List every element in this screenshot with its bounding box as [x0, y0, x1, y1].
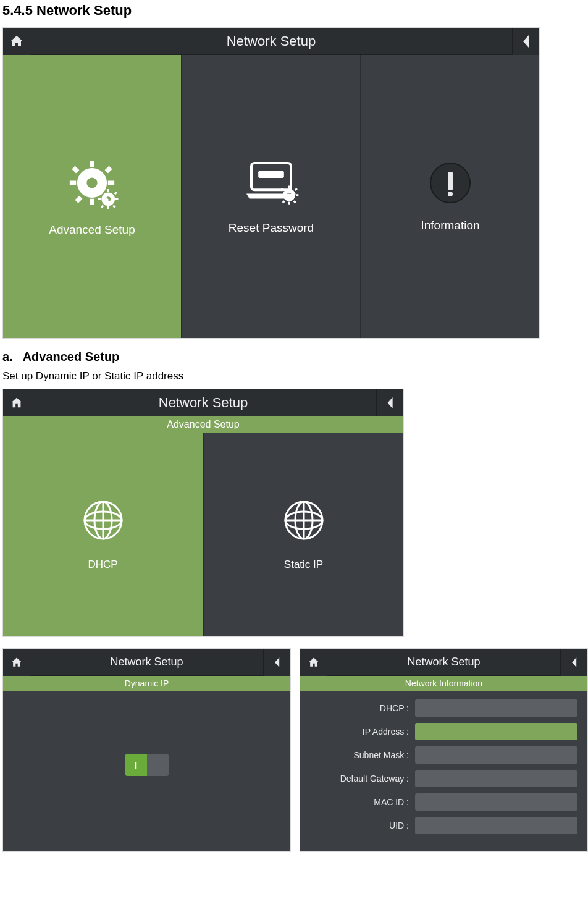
globe-icon [282, 498, 326, 543]
form-row-ip-address: IP Address : [310, 723, 578, 740]
toggle-area: I [3, 691, 290, 839]
tile-information[interactable]: Information [361, 55, 539, 338]
tile-label: DHCP [88, 559, 117, 571]
form-label: MAC ID : [310, 797, 409, 807]
panel-header: Network Setup [3, 649, 290, 676]
section-title: Network Setup [36, 2, 132, 18]
panel-header: Network Setup [3, 28, 539, 55]
svg-rect-1 [258, 171, 284, 178]
laptop-gear-icon [242, 158, 301, 208]
dhcp-field[interactable] [415, 699, 578, 717]
home-icon [308, 656, 320, 669]
home-button[interactable] [300, 649, 327, 676]
subsection-title: Advanced Setup [23, 350, 120, 363]
panel-subtitle: Advanced Setup [3, 416, 403, 433]
form-area: DHCP : IP Address : Subnet Mask : Defaul… [300, 691, 587, 851]
ip-address-field[interactable] [415, 723, 578, 740]
form-label: Default Gateway : [310, 774, 409, 784]
home-button[interactable] [3, 389, 30, 416]
panel-title: Network Setup [30, 656, 263, 669]
panel-title: Network Setup [30, 33, 512, 49]
gear-icon [65, 156, 119, 209]
section-heading: 5.4.5 Network Setup [2, 2, 588, 19]
form-label: DHCP : [310, 703, 409, 713]
tile-advanced-setup[interactable]: Advanced Setup [3, 55, 182, 338]
tile-label: Reset Password [229, 221, 314, 235]
chevron-left-icon [272, 656, 282, 669]
tile-dhcp[interactable]: DHCP [3, 433, 204, 636]
tile-label: Static IP [284, 559, 323, 571]
form-row-uid: UID : [310, 817, 578, 834]
tile-reset-password[interactable]: Reset Password [182, 55, 361, 338]
advanced-setup-panel: Network Setup Advanced Setup DHCP Static… [2, 389, 404, 637]
chevron-left-icon [385, 395, 396, 410]
uid-field[interactable] [415, 817, 578, 834]
home-icon [10, 656, 23, 669]
globe-icon [81, 498, 125, 543]
tile-label: Information [421, 219, 479, 232]
dynamic-ip-toggle[interactable]: I [125, 754, 169, 776]
tiles-row: Advanced Setup Reset Password Informatio… [3, 55, 539, 338]
back-button[interactable] [263, 649, 290, 676]
subsection-body: Set up Dynamic IP or Static IP address [2, 370, 588, 382]
form-label: IP Address : [310, 727, 409, 737]
panel-header: Network Setup [3, 389, 403, 416]
form-row-mac-id: MAC ID : [310, 793, 578, 811]
network-information-panel: Network Setup Network Information DHCP :… [300, 648, 588, 852]
chevron-left-icon [520, 33, 532, 49]
svg-point-4 [448, 192, 453, 196]
back-button[interactable] [376, 389, 403, 416]
subsection-marker: a. [2, 350, 13, 363]
panel-title: Network Setup [327, 656, 560, 669]
info-icon [428, 161, 472, 205]
home-icon [10, 396, 23, 410]
form-row-dhcp: DHCP : [310, 699, 578, 717]
mac-id-field[interactable] [415, 793, 578, 811]
home-button[interactable] [3, 28, 30, 55]
tile-label: Advanced Setup [49, 223, 135, 237]
small-panels-row: Network Setup Dynamic IP I Network Setup [2, 648, 588, 852]
subnet-mask-field[interactable] [415, 746, 578, 764]
tiles-row: DHCP Static IP [3, 433, 403, 636]
dynamic-ip-panel: Network Setup Dynamic IP I [2, 648, 291, 852]
panel-subtitle: Network Information [300, 676, 587, 691]
network-setup-panel: Network Setup Advanced Setup Reset Passw… [2, 27, 540, 339]
chevron-left-icon [569, 656, 579, 669]
section-number: 5.4.5 [2, 2, 33, 18]
default-gateway-field[interactable] [415, 770, 578, 787]
toggle-off-side [147, 754, 169, 776]
toggle-on-label: I [125, 754, 147, 776]
form-label: Subnet Mask : [310, 750, 409, 760]
panel-title: Network Setup [30, 395, 376, 411]
subsection-heading: a. Advanced Setup [2, 350, 588, 364]
form-row-subnet-mask: Subnet Mask : [310, 746, 578, 764]
tile-static-ip[interactable]: Static IP [204, 433, 403, 636]
panel-subtitle: Dynamic IP [3, 676, 290, 691]
back-button[interactable] [560, 649, 587, 676]
home-icon [9, 34, 24, 49]
form-row-default-gateway: Default Gateway : [310, 770, 578, 787]
home-button[interactable] [3, 649, 30, 676]
back-button[interactable] [512, 28, 539, 55]
form-label: UID : [310, 821, 409, 830]
svg-rect-3 [448, 172, 453, 190]
panel-header: Network Setup [300, 649, 587, 676]
